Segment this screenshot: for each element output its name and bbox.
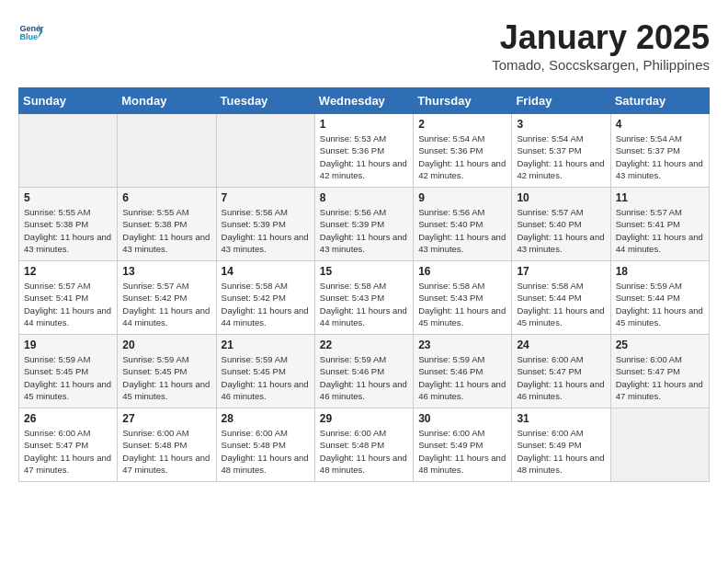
calendar-cell: 6Sunrise: 5:55 AM Sunset: 5:38 PM Daylig… bbox=[118, 188, 216, 261]
cell-info: Sunrise: 5:59 AM Sunset: 5:45 PM Dayligh… bbox=[122, 353, 210, 402]
cell-info: Sunrise: 6:00 AM Sunset: 5:47 PM Dayligh… bbox=[517, 353, 605, 402]
page-header: General Blue January 2025 Tomado, Soccsk… bbox=[18, 18, 710, 73]
day-number: 12 bbox=[24, 265, 112, 278]
day-number: 11 bbox=[616, 191, 704, 204]
logo: General Blue bbox=[18, 18, 44, 44]
month-title: January 2025 bbox=[492, 18, 710, 57]
calendar-cell: 19Sunrise: 5:59 AM Sunset: 5:45 PM Dayli… bbox=[19, 335, 118, 408]
day-number: 27 bbox=[122, 412, 210, 425]
location: Tomado, Soccsksargen, Philippines bbox=[492, 57, 710, 73]
day-number: 4 bbox=[616, 118, 704, 131]
day-of-week-header: Sunday bbox=[19, 88, 118, 114]
calendar-cell: 18Sunrise: 5:59 AM Sunset: 5:44 PM Dayli… bbox=[610, 261, 709, 335]
day-number: 8 bbox=[320, 191, 408, 204]
calendar-cell: 20Sunrise: 5:59 AM Sunset: 5:45 PM Dayli… bbox=[118, 335, 216, 408]
day-of-week-header: Wednesday bbox=[314, 88, 413, 114]
calendar-cell: 17Sunrise: 5:58 AM Sunset: 5:44 PM Dayli… bbox=[512, 261, 610, 335]
calendar-cell: 4Sunrise: 5:54 AM Sunset: 5:37 PM Daylig… bbox=[610, 114, 709, 188]
cell-info: Sunrise: 5:57 AM Sunset: 5:42 PM Dayligh… bbox=[122, 280, 210, 328]
calendar-cell: 31Sunrise: 6:00 AM Sunset: 5:49 PM Dayli… bbox=[512, 408, 610, 482]
day-number: 29 bbox=[320, 412, 408, 425]
calendar-cell: 15Sunrise: 5:58 AM Sunset: 5:43 PM Dayli… bbox=[314, 261, 413, 335]
calendar-cell: 12Sunrise: 5:57 AM Sunset: 5:41 PM Dayli… bbox=[19, 261, 118, 335]
cell-info: Sunrise: 5:58 AM Sunset: 5:43 PM Dayligh… bbox=[320, 280, 408, 328]
cell-info: Sunrise: 5:56 AM Sunset: 5:39 PM Dayligh… bbox=[222, 206, 310, 255]
calendar-week-row: 26Sunrise: 6:00 AM Sunset: 5:47 PM Dayli… bbox=[19, 408, 710, 482]
day-number: 24 bbox=[517, 339, 605, 351]
calendar-cell: 7Sunrise: 5:56 AM Sunset: 5:39 PM Daylig… bbox=[216, 188, 314, 261]
day-of-week-header: Monday bbox=[118, 88, 216, 114]
calendar-cell: 1Sunrise: 5:53 AM Sunset: 5:36 PM Daylig… bbox=[314, 114, 413, 188]
cell-info: Sunrise: 6:00 AM Sunset: 5:47 PM Dayligh… bbox=[24, 427, 112, 476]
day-number: 25 bbox=[616, 339, 704, 351]
day-number: 18 bbox=[616, 265, 704, 278]
day-number: 26 bbox=[24, 412, 112, 425]
title-block: January 2025 Tomado, Soccsksargen, Phili… bbox=[492, 18, 710, 73]
day-number: 21 bbox=[222, 339, 310, 351]
day-number: 14 bbox=[222, 265, 310, 278]
calendar-cell: 3Sunrise: 5:54 AM Sunset: 5:37 PM Daylig… bbox=[512, 114, 610, 188]
cell-info: Sunrise: 5:55 AM Sunset: 5:38 PM Dayligh… bbox=[122, 206, 210, 255]
day-of-week-header: Tuesday bbox=[216, 88, 314, 114]
day-number: 31 bbox=[517, 412, 605, 425]
cell-info: Sunrise: 6:00 AM Sunset: 5:49 PM Dayligh… bbox=[418, 427, 506, 476]
cell-info: Sunrise: 5:53 AM Sunset: 5:36 PM Dayligh… bbox=[320, 132, 408, 181]
cell-info: Sunrise: 5:58 AM Sunset: 5:44 PM Dayligh… bbox=[517, 280, 605, 328]
cell-info: Sunrise: 5:57 AM Sunset: 5:40 PM Dayligh… bbox=[517, 206, 605, 255]
calendar-cell: 27Sunrise: 6:00 AM Sunset: 5:48 PM Dayli… bbox=[118, 408, 216, 482]
day-number: 7 bbox=[222, 191, 310, 204]
calendar-cell bbox=[19, 114, 118, 188]
cell-info: Sunrise: 5:59 AM Sunset: 5:45 PM Dayligh… bbox=[24, 353, 112, 402]
calendar-cell: 26Sunrise: 6:00 AM Sunset: 5:47 PM Dayli… bbox=[19, 408, 118, 482]
day-number: 17 bbox=[517, 265, 605, 278]
day-of-week-header: Thursday bbox=[414, 88, 512, 114]
cell-info: Sunrise: 5:54 AM Sunset: 5:36 PM Dayligh… bbox=[418, 132, 506, 181]
cell-info: Sunrise: 5:54 AM Sunset: 5:37 PM Dayligh… bbox=[616, 132, 704, 181]
calendar-cell bbox=[610, 408, 709, 482]
calendar-cell: 21Sunrise: 5:59 AM Sunset: 5:45 PM Dayli… bbox=[216, 335, 314, 408]
calendar-cell: 29Sunrise: 6:00 AM Sunset: 5:48 PM Dayli… bbox=[314, 408, 413, 482]
cell-info: Sunrise: 6:00 AM Sunset: 5:49 PM Dayligh… bbox=[517, 427, 605, 476]
cell-info: Sunrise: 6:00 AM Sunset: 5:48 PM Dayligh… bbox=[122, 427, 210, 476]
cell-info: Sunrise: 5:56 AM Sunset: 5:40 PM Dayligh… bbox=[418, 206, 506, 255]
day-of-week-header: Saturday bbox=[610, 88, 709, 114]
calendar-cell: 11Sunrise: 5:57 AM Sunset: 5:41 PM Dayli… bbox=[610, 188, 709, 261]
calendar-cell bbox=[216, 114, 314, 188]
day-number: 13 bbox=[122, 265, 210, 278]
calendar-week-row: 5Sunrise: 5:55 AM Sunset: 5:38 PM Daylig… bbox=[19, 188, 710, 261]
calendar-week-row: 19Sunrise: 5:59 AM Sunset: 5:45 PM Dayli… bbox=[19, 335, 710, 408]
day-of-week-header: Friday bbox=[512, 88, 610, 114]
calendar-cell: 9Sunrise: 5:56 AM Sunset: 5:40 PM Daylig… bbox=[414, 188, 512, 261]
cell-info: Sunrise: 5:57 AM Sunset: 5:41 PM Dayligh… bbox=[24, 280, 112, 328]
day-number: 2 bbox=[418, 118, 506, 131]
cell-info: Sunrise: 5:58 AM Sunset: 5:42 PM Dayligh… bbox=[222, 280, 310, 328]
calendar-cell: 2Sunrise: 5:54 AM Sunset: 5:36 PM Daylig… bbox=[414, 114, 512, 188]
calendar-cell: 16Sunrise: 5:58 AM Sunset: 5:43 PM Dayli… bbox=[414, 261, 512, 335]
day-number: 10 bbox=[517, 191, 605, 204]
day-number: 22 bbox=[320, 339, 408, 351]
logo-icon: General Blue bbox=[18, 18, 44, 44]
day-number: 1 bbox=[320, 118, 408, 131]
day-number: 19 bbox=[24, 339, 112, 351]
calendar-cell: 8Sunrise: 5:56 AM Sunset: 5:39 PM Daylig… bbox=[314, 188, 413, 261]
day-number: 16 bbox=[418, 265, 506, 278]
day-number: 15 bbox=[320, 265, 408, 278]
day-number: 3 bbox=[517, 118, 605, 131]
cell-info: Sunrise: 5:54 AM Sunset: 5:37 PM Dayligh… bbox=[517, 132, 605, 181]
calendar-table: SundayMondayTuesdayWednesdayThursdayFrid… bbox=[18, 87, 710, 482]
calendar-week-row: 12Sunrise: 5:57 AM Sunset: 5:41 PM Dayli… bbox=[19, 261, 710, 335]
day-number: 28 bbox=[222, 412, 310, 425]
day-number: 23 bbox=[418, 339, 506, 351]
cell-info: Sunrise: 5:55 AM Sunset: 5:38 PM Dayligh… bbox=[24, 206, 112, 255]
cell-info: Sunrise: 5:59 AM Sunset: 5:46 PM Dayligh… bbox=[320, 353, 408, 402]
calendar-cell: 22Sunrise: 5:59 AM Sunset: 5:46 PM Dayli… bbox=[314, 335, 413, 408]
cell-info: Sunrise: 5:56 AM Sunset: 5:39 PM Dayligh… bbox=[320, 206, 408, 255]
calendar-cell: 13Sunrise: 5:57 AM Sunset: 5:42 PM Dayli… bbox=[118, 261, 216, 335]
calendar-cell: 14Sunrise: 5:58 AM Sunset: 5:42 PM Dayli… bbox=[216, 261, 314, 335]
cell-info: Sunrise: 5:59 AM Sunset: 5:45 PM Dayligh… bbox=[222, 353, 310, 402]
cell-info: Sunrise: 5:58 AM Sunset: 5:43 PM Dayligh… bbox=[418, 280, 506, 328]
cell-info: Sunrise: 6:00 AM Sunset: 5:47 PM Dayligh… bbox=[616, 353, 704, 402]
day-number: 20 bbox=[122, 339, 210, 351]
cell-info: Sunrise: 5:57 AM Sunset: 5:41 PM Dayligh… bbox=[616, 206, 704, 255]
calendar-cell: 23Sunrise: 5:59 AM Sunset: 5:46 PM Dayli… bbox=[414, 335, 512, 408]
